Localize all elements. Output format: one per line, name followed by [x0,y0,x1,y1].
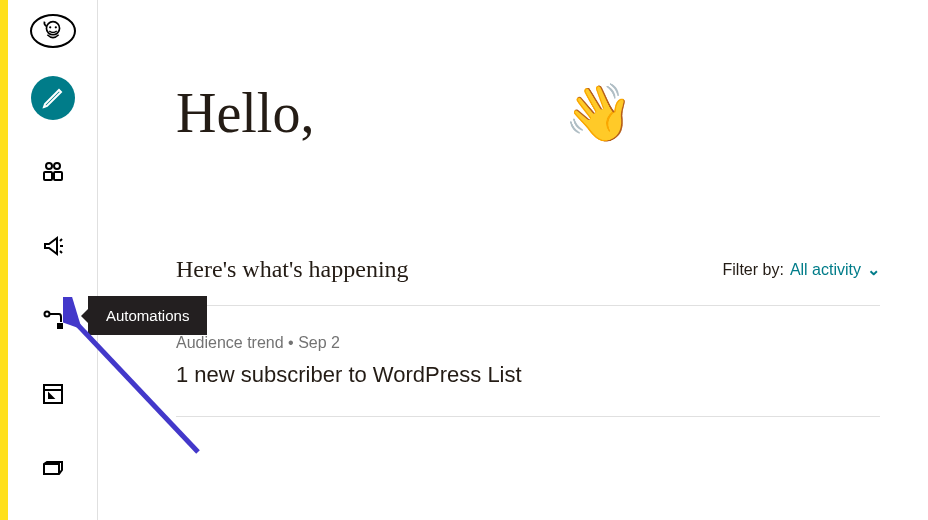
svg-point-3 [46,163,52,169]
svg-rect-9 [44,385,62,403]
nav-website[interactable] [31,372,75,416]
svg-point-4 [54,163,60,169]
nav-audience[interactable] [31,150,75,194]
logo[interactable] [30,14,76,48]
svg-point-7 [44,312,49,317]
feed-meta: Audience trend • Sep 2 [176,334,880,352]
nav [31,76,75,520]
greeting-text: Hello, [176,81,314,145]
svg-point-2 [54,26,56,28]
monkey-icon [38,16,68,46]
svg-rect-8 [57,323,63,329]
nav-automations[interactable] [31,298,75,342]
wave-emoji: 👋 [564,80,634,146]
nav-campaigns[interactable] [31,224,75,268]
tooltip-label: Automations [106,307,189,324]
nav-content[interactable] [31,446,75,490]
megaphone-icon [41,234,65,258]
nav-create[interactable] [31,76,75,120]
feed-item[interactable]: Audience trend • Sep 2 1 new subscriber … [176,306,880,417]
filter-dropdown[interactable]: Filter by: All activity ⌄ [723,260,880,279]
feed-title: 1 new subscriber to WordPress List [176,362,880,388]
main-content: Hello, 👋 Here's what's happening Filter … [98,0,928,520]
filter-label: Filter by: [723,261,784,279]
svg-rect-6 [54,172,62,180]
pencil-icon [41,86,65,110]
website-icon [41,382,65,406]
chevron-down-icon: ⌄ [867,260,880,279]
automations-icon [41,308,65,332]
section-title: Here's what's happening [176,256,409,283]
nav-tooltip: Automations [88,296,207,335]
svg-rect-5 [44,172,52,180]
section-header: Here's what's happening Filter by: All a… [176,256,880,306]
content-icon [41,456,65,480]
filter-value: All activity [790,261,861,279]
sidebar [8,0,98,520]
yellow-accent-bar [0,0,8,520]
greeting: Hello, 👋 [176,80,880,146]
audience-icon [41,160,65,184]
svg-point-1 [49,26,51,28]
